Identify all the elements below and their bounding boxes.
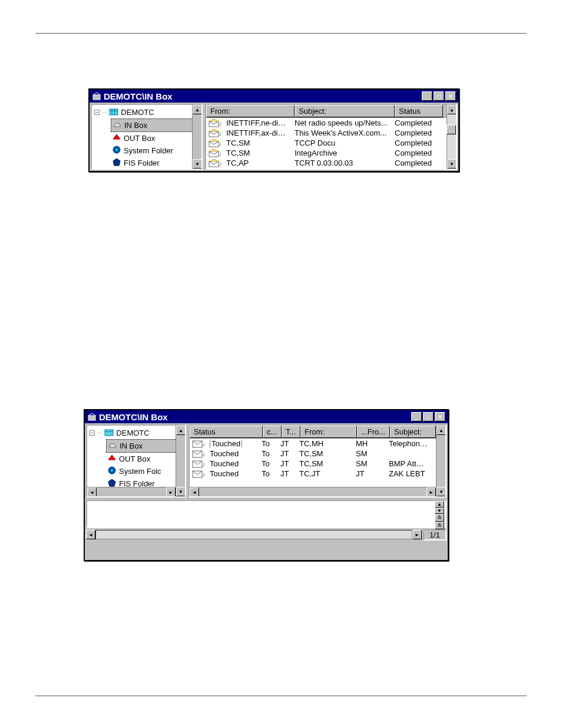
column-status[interactable]: Status	[395, 105, 443, 117]
window-title: DEMOTC\IN Box	[104, 91, 173, 101]
tree-node-label[interactable]: OUT Box	[124, 134, 155, 143]
collapse-down-button[interactable]: ≚	[435, 522, 444, 529]
tree-root-icon	[104, 427, 114, 439]
minimize-button[interactable]: _	[411, 412, 422, 421]
svg-point-18	[111, 469, 113, 472]
cell-from: TC,JT	[296, 469, 352, 478]
tree-node-label[interactable]: IN Box	[120, 442, 143, 450]
cell-subject: TCCP Docu	[291, 139, 391, 147]
scroll-down-button[interactable]: ▼	[193, 159, 202, 169]
cell-from: INETTIFF,ne-dis...	[223, 118, 291, 127]
close-button[interactable]: ×	[435, 412, 445, 421]
column-t[interactable]: T...	[282, 426, 300, 438]
column-subject[interactable]: Subject:	[390, 426, 436, 438]
collapse-icon[interactable]: −	[94, 110, 100, 115]
cell-fro: SM	[352, 449, 385, 458]
message-closed-icon: 𝆕	[190, 439, 206, 448]
inbox-icon	[108, 440, 117, 452]
scroll-down-button[interactable]: ▼	[447, 159, 457, 169]
cell-status: Touched	[206, 439, 258, 448]
message-open-icon: 𝆕	[206, 129, 223, 137]
scroll-right-button[interactable]: ►	[427, 487, 436, 497]
outbox-icon	[107, 453, 117, 465]
outbox-icon	[112, 133, 121, 144]
cell-c: To	[258, 449, 277, 458]
cell-t: JT	[277, 439, 296, 448]
column-status[interactable]: Status	[190, 426, 263, 438]
message-list[interactable]: Status c... T... From: ...Fro... Subject…	[189, 424, 447, 498]
svg-rect-0	[93, 95, 100, 100]
page-indicator: 1/1	[423, 529, 447, 541]
tree-node-label[interactable]: System Folder	[124, 146, 173, 155]
scroll-down-button[interactable]: ▼	[176, 487, 186, 496]
column-fro[interactable]: ...Fro...	[357, 426, 390, 438]
scroll-up-button[interactable]: ▲	[447, 105, 457, 114]
system-folder-icon	[107, 466, 117, 477]
scroll-up-button[interactable]: ▲	[435, 501, 444, 508]
svg-rect-15	[105, 430, 113, 436]
scroll-right-button[interactable]: ►	[166, 487, 176, 497]
list-row[interactable]: 𝆕TouchedToJTTC,SMSMBMP Attach	[190, 459, 445, 469]
message-closed-icon: 𝆕	[190, 469, 206, 478]
message-open-icon: 𝆕	[206, 159, 223, 167]
column-from[interactable]: From:	[300, 426, 357, 438]
collapse-icon[interactable]: −	[90, 430, 95, 436]
scroll-left-button[interactable]: ◄	[190, 487, 199, 497]
svg-rect-14	[88, 416, 95, 420]
list-row[interactable]: 𝆕TC,APTCRT 0.03.00.03Completed	[206, 158, 456, 168]
column-from[interactable]: From:	[206, 105, 295, 117]
scroll-track[interactable]	[95, 530, 412, 539]
cell-subject: This Week's ActiveX.com...	[291, 129, 391, 137]
list-row[interactable]: 𝆕TC,SMTCCP DocuCompleted	[206, 138, 456, 148]
tree-node-label[interactable]: System Folc	[119, 467, 161, 476]
cell-from: TC,AP	[223, 159, 291, 167]
folder-tree[interactable]: − ··· DEMOTC IN Box OUT Box	[91, 104, 203, 170]
scroll-down-button[interactable]: ▼	[435, 508, 444, 514]
scroll-left-button[interactable]: ◄	[87, 487, 97, 497]
list-row[interactable]: 𝆕TC,SMIntegArchiveCompleted	[206, 148, 456, 158]
scroll-up-button[interactable]: ▲	[176, 426, 186, 435]
collapse-up-button[interactable]: ≙	[435, 514, 444, 522]
cell-fro: SM	[352, 459, 385, 468]
cell-from: TC,SM	[296, 449, 352, 458]
list-row[interactable]: 𝆕TouchedToJTTC,SMSM	[190, 449, 445, 459]
list-row[interactable]: 𝆕TouchedToJTTC,JTJTZAK LEBT	[190, 469, 445, 479]
scroll-left-button[interactable]: ◄	[86, 530, 95, 539]
tree-node-label[interactable]: OUT Box	[119, 454, 150, 463]
cell-subject: BMP Attach	[385, 459, 431, 468]
tree-node-label: DEMOTC	[121, 108, 154, 117]
folder-tree[interactable]: − ··· DEMOTC IN Box OUT Box	[86, 424, 186, 498]
scroll-down-button[interactable]: ▼	[437, 487, 446, 496]
cell-c: To	[258, 469, 277, 478]
inbox-icon	[113, 120, 122, 131]
scroll-thumb[interactable]	[447, 125, 456, 134]
cell-t: JT	[277, 459, 296, 468]
list-row[interactable]: 𝆕TouchedToJTTC,MHMHTelephonna	[190, 439, 445, 449]
column-c[interactable]: c...	[263, 426, 282, 438]
maximize-button[interactable]: □	[434, 91, 444, 101]
fis-folder-icon	[112, 157, 121, 169]
cell-status: Completed	[391, 129, 439, 137]
maximize-button[interactable]: □	[423, 412, 434, 421]
message-list[interactable]: From: Subject: Status 𝆕INETTIFF,ne-dis..…	[205, 104, 457, 170]
column-subject[interactable]: Subject:	[295, 105, 395, 117]
close-button[interactable]: ×	[445, 91, 456, 101]
message-closed-icon: 𝆕	[190, 459, 206, 468]
list-row[interactable]: 𝆕INETTIFF,ax-dis...This Week's ActiveX.c…	[206, 128, 456, 138]
message-open-icon: 𝆕	[206, 139, 223, 147]
svg-point-6	[115, 149, 118, 151]
cell-subject	[385, 449, 431, 458]
message-open-icon: 𝆕	[206, 118, 223, 127]
cell-status: Touched	[206, 449, 258, 458]
tree-node-label[interactable]: FIS Folder	[124, 159, 160, 167]
minimize-button[interactable]: _	[422, 91, 432, 101]
cell-t: JT	[277, 449, 296, 458]
scroll-right-button[interactable]: ►	[412, 530, 422, 539]
list-row[interactable]: 𝆕INETTIFF,ne-dis...Net radio speeds up/N…	[206, 118, 456, 128]
scroll-up-button[interactable]: ▲	[193, 105, 202, 114]
svg-rect-1	[110, 109, 118, 115]
tree-node-label[interactable]: IN Box	[124, 121, 147, 130]
tree-root-icon	[109, 107, 118, 118]
scroll-up-button[interactable]: ▲	[437, 426, 446, 435]
app-icon	[87, 412, 97, 421]
